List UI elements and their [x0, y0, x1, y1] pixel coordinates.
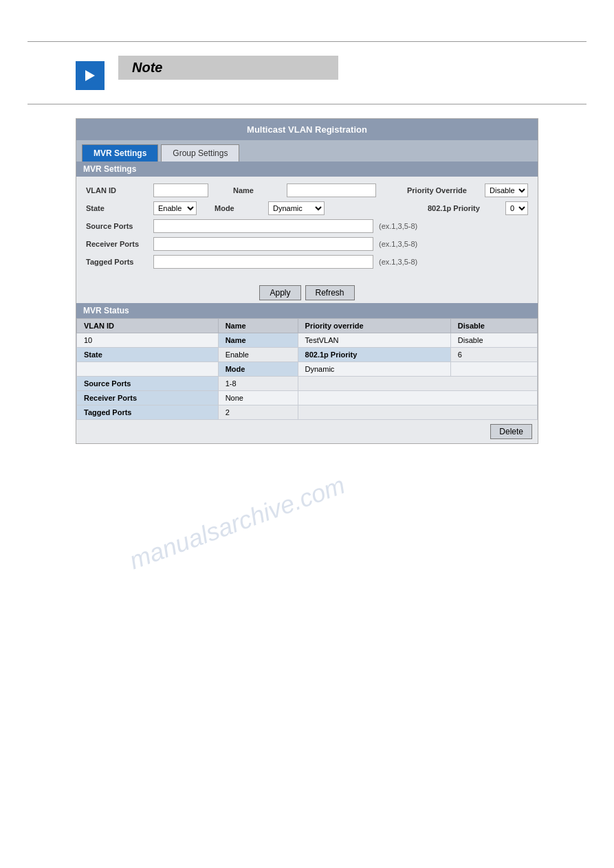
mode-label: Mode [215, 204, 263, 212]
arrow-right-icon [82, 67, 98, 84]
col-priority-value: Disable [450, 319, 537, 333]
status-tagged-label: Tagged Ports [77, 405, 219, 420]
tagged-ports-label: Tagged Ports [86, 258, 148, 266]
main-panel: Multicast VLAN Registration MVR Settings… [76, 118, 538, 444]
status-receiver-label: Receiver Ports [77, 391, 219, 405]
state-label: State [86, 204, 148, 212]
apply-button[interactable]: Apply [259, 285, 300, 300]
status-state-label: State [77, 348, 219, 362]
col-name: Name [218, 319, 298, 333]
receiver-ports-label: Receiver Ports [86, 240, 148, 248]
status-source-value: 1-8 [218, 377, 298, 391]
status-name-value: TestVLAN [298, 333, 450, 348]
status-source-label: Source Ports [77, 377, 219, 391]
status-receiver-value: None [218, 391, 298, 405]
panel-title: Multicast VLAN Registration [76, 119, 538, 140]
tab-group-settings[interactable]: Group Settings [161, 144, 239, 162]
dot1p-select[interactable]: 0123 4567 [505, 201, 528, 215]
form-row-tagged-ports: Tagged Ports (ex.1,3,5-8) [86, 255, 528, 269]
refresh-button[interactable]: Refresh [305, 285, 355, 300]
source-ports-hint: (ex.1,3,5-8) [379, 222, 417, 230]
watermark: manualsarchive.com [126, 471, 349, 575]
name-label: Name [233, 186, 281, 194]
source-ports-label: Source Ports [86, 222, 148, 230]
form-row-2: State Enable Disable Mode Dynamic Compat… [86, 201, 528, 215]
dot1p-label: 802.1p Priority [428, 204, 500, 212]
receiver-ports-hint: (ex.1,3,5-8) [379, 240, 417, 248]
form-row-receiver-ports: Receiver Ports (ex.1,3,5-8) [86, 237, 528, 251]
table-row: Mode Dynamic [77, 362, 538, 377]
status-mode-label: Mode [218, 362, 298, 377]
status-state-value: Enable [218, 348, 298, 362]
tagged-ports-hint: (ex.1,3,5-8) [379, 258, 417, 266]
col-priority-override: Priority override [298, 319, 450, 333]
table-row: Receiver Ports None [77, 391, 538, 405]
col-vlan-id: VLAN ID [77, 319, 219, 333]
table-row: Source Ports 1-8 [77, 377, 538, 391]
status-table-body: 10 Name TestVLAN Disable State Enable 80… [77, 333, 538, 420]
state-select[interactable]: Enable Disable [153, 201, 197, 215]
mvr-settings-header: MVR Settings [76, 162, 538, 177]
mid-divider [28, 104, 586, 104]
receiver-ports-input[interactable] [153, 237, 373, 251]
vlan-id-label: VLAN ID [86, 186, 148, 194]
status-dot1p-label: 802.1p Priority [298, 348, 450, 362]
name-input[interactable] [287, 183, 376, 197]
status-name-label: Name [218, 333, 298, 348]
note-title: Note [132, 60, 162, 75]
form-row-source-ports: Source Ports (ex.1,3,5-8) [86, 219, 528, 233]
delete-button[interactable]: Delete [490, 424, 532, 439]
mvr-settings-form: VLAN ID Name Priority Override Disable E… [76, 177, 538, 280]
status-mode-area [77, 362, 219, 377]
table-row: 10 Name TestVLAN Disable [77, 333, 538, 348]
note-box: Note [118, 56, 538, 80]
note-arrow-icon [76, 61, 105, 90]
status-table-head: VLAN ID Name Priority override Disable [77, 319, 538, 333]
buttons-row: Apply Refresh [76, 280, 538, 303]
mode-select[interactable]: Dynamic Compatible [268, 201, 325, 215]
form-row-1: VLAN ID Name Priority Override Disable E… [86, 183, 528, 197]
tabs-row: MVR Settings Group Settings [76, 140, 538, 162]
table-row: State Enable 802.1p Priority 6 [77, 348, 538, 362]
status-tagged-value: 2 [218, 405, 298, 420]
source-ports-input[interactable] [153, 219, 373, 233]
tagged-ports-input[interactable] [153, 255, 373, 269]
mvr-status-table: VLAN ID Name Priority override Disable 1… [76, 318, 538, 420]
note-section: Note [76, 56, 538, 90]
status-vlan-id: 10 [77, 333, 219, 348]
top-divider [28, 41, 586, 42]
priority-override-select[interactable]: Disable Enable [485, 183, 528, 197]
delete-row: Delete [76, 420, 538, 443]
status-priority-value: Disable [450, 333, 537, 348]
note-title-bar: Note [118, 56, 338, 80]
tab-mvr-settings[interactable]: MVR Settings [82, 144, 158, 162]
svg-marker-0 [85, 70, 95, 81]
vlan-id-input[interactable] [153, 183, 208, 197]
status-dot1p-value: 6 [450, 348, 537, 362]
mvr-status-header: MVR Status [76, 303, 538, 318]
table-row: Tagged Ports 2 [77, 405, 538, 420]
priority-override-label: Priority Override [407, 186, 479, 194]
status-mode-value: Dynamic [298, 362, 450, 377]
